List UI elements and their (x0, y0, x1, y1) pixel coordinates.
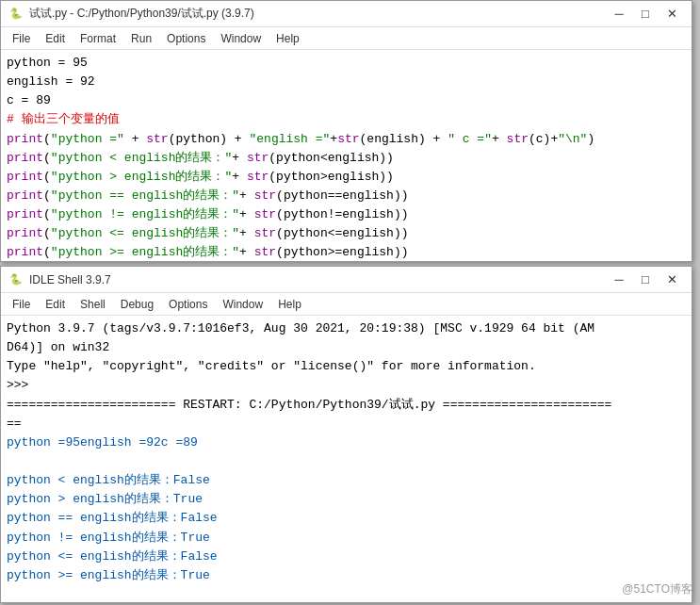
shell-output-5: python != english的结果：True (7, 529, 686, 548)
shell-title: IDLE Shell 3.9.7 (29, 273, 111, 286)
shell-output-blank-2 (7, 585, 686, 602)
shell-output-area[interactable]: Python 3.9.7 (tags/v3.9.7:1016ef3, Aug 3… (1, 316, 692, 602)
shell-output-3: python > english的结果：True (7, 490, 686, 509)
shell-window: 🐍 IDLE Shell 3.9.7 ─ □ ✕ File Edit Shell… (0, 266, 692, 603)
shell-startup-3: Type "help", "copyright", "credits" or "… (7, 357, 686, 376)
shell-menu-window[interactable]: Window (215, 296, 270, 313)
shell-output-6: python <= english的结果：False (7, 548, 686, 566)
watermark: @51CTO博客 (622, 581, 692, 597)
editor-minimize-button[interactable]: ─ (607, 5, 631, 24)
editor-menu-options[interactable]: Options (159, 30, 213, 47)
code-line-6: print("python < english的结果："+ str(python… (7, 149, 686, 168)
code-line-2: english = 92 (7, 73, 686, 91)
editor-window-controls: ─ □ ✕ (607, 5, 684, 24)
editor-close-button[interactable]: ✕ (659, 5, 684, 24)
editor-code-area[interactable]: python = 95 english = 92 c = 89 # 输出三个变量… (1, 50, 692, 261)
shell-close-button[interactable]: ✕ (659, 270, 684, 289)
shell-restart-line: ======================= RESTART: C:/Pyth… (7, 396, 686, 415)
shell-prompt-1: >>> (7, 376, 686, 395)
code-line-5: print("python =" + str(python) + "englis… (7, 130, 686, 149)
editor-maximize-button[interactable]: □ (633, 5, 658, 24)
shell-output-4: python == english的结果：False (7, 509, 686, 528)
shell-menu-help[interactable]: Help (270, 296, 309, 313)
shell-output-2: python < english的结果：False (7, 471, 686, 490)
editor-menubar: File Edit Format Run Options Window Help (1, 27, 692, 50)
shell-startup-1: Python 3.9.7 (tags/v3.9.7:1016ef3, Aug 3… (7, 319, 686, 338)
code-line-3: c = 89 (7, 91, 686, 110)
shell-output-7: python >= english的结果：True (7, 566, 686, 585)
shell-menubar: File Edit Shell Debug Options Window Hel… (1, 293, 692, 316)
code-line-1: python = 95 (7, 54, 686, 73)
code-line-10: print("python <= english的结果："+ str(pytho… (7, 224, 686, 243)
shell-menu-shell[interactable]: Shell (73, 296, 113, 313)
editor-menu-file[interactable]: File (5, 30, 38, 47)
code-line-11: print("python >= english的结果："+ str(pytho… (7, 243, 686, 261)
editor-window: 🐍 试试.py - C:/Python/Python39/试试.py (3.9.… (0, 0, 692, 262)
editor-menu-edit[interactable]: Edit (38, 30, 73, 47)
shell-output-blank-1 (7, 452, 686, 471)
code-line-9: print("python != english的结果："+ str(pytho… (7, 205, 686, 224)
editor-title-bar: 🐍 试试.py - C:/Python/Python39/试试.py (3.9.… (1, 1, 692, 27)
code-line-4: # 输出三个变量的值 (7, 110, 686, 129)
shell-startup-2: D64)] on win32 (7, 338, 686, 357)
shell-title-bar: 🐍 IDLE Shell 3.9.7 ─ □ ✕ (1, 267, 692, 293)
shell-minimize-button[interactable]: ─ (607, 270, 631, 289)
shell-separator: == (7, 415, 686, 433)
editor-menu-window[interactable]: Window (213, 30, 269, 47)
editor-menu-help[interactable]: Help (269, 30, 307, 47)
editor-icon: 🐍 (8, 7, 24, 22)
shell-window-controls: ─ □ ✕ (607, 270, 684, 289)
shell-output-1: python =95english =92c =89 (7, 433, 686, 452)
editor-menu-format[interactable]: Format (73, 30, 123, 47)
shell-menu-options[interactable]: Options (161, 296, 215, 313)
shell-menu-debug[interactable]: Debug (113, 296, 161, 313)
shell-maximize-button[interactable]: □ (633, 270, 658, 289)
shell-menu-file[interactable]: File (5, 296, 38, 313)
code-line-8: print("python == english的结果："+ str(pytho… (7, 187, 686, 205)
editor-menu-run[interactable]: Run (123, 30, 159, 47)
code-line-7: print("python > english的结果："+ str(python… (7, 168, 686, 187)
shell-menu-edit[interactable]: Edit (38, 296, 73, 313)
shell-icon: 🐍 (8, 272, 24, 287)
editor-title: 试试.py - C:/Python/Python39/试试.py (3.9.7) (29, 6, 254, 22)
